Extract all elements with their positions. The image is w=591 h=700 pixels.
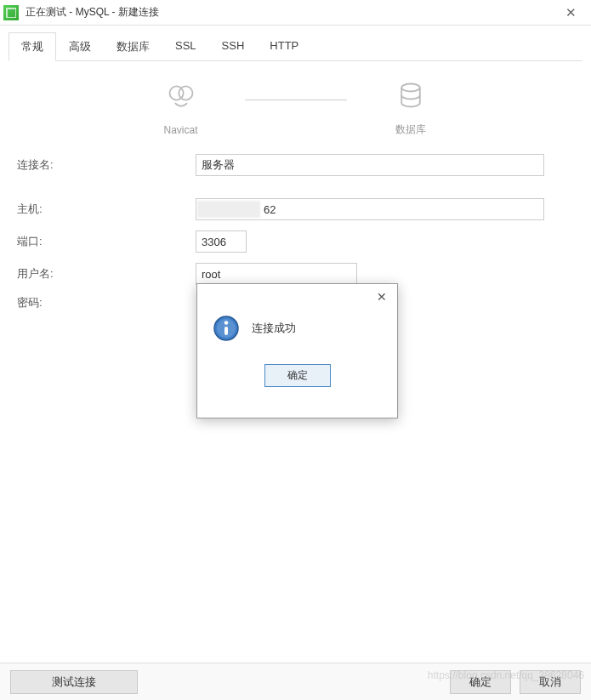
app-icon [3,5,19,20]
row-host: 主机: 62 [17,198,574,220]
host-suffix: 62 [264,203,276,216]
connection-name-input[interactable] [196,154,544,176]
tab-advanced[interactable]: 高级 [56,32,104,61]
message-dialog-close-button[interactable]: ✕ [373,288,390,305]
navicat-icon [166,82,196,116]
port-input[interactable] [196,230,247,253]
host-label: 主机: [17,202,196,217]
connection-diagram: Navicat 数据库 [14,71,577,154]
svg-rect-5 [224,327,228,335]
tab-general[interactable]: 常规 [9,32,56,61]
message-dialog-body: 连接成功 [197,310,397,359]
window-close-button[interactable]: ✕ [554,5,588,20]
tab-bar: 常规 高级 数据库 SSL SSH HTTP [9,32,582,61]
database-icon [395,80,426,114]
diagram-server-label: 数据库 [395,122,426,137]
user-label: 用户名: [17,266,196,282]
diagram-client-label: Navicat [163,124,197,136]
svg-point-6 [224,321,229,325]
row-port: 端口: [17,230,574,253]
dialog-footer: 测试连接 确定 取消 [0,663,591,700]
svg-point-1 [179,86,192,100]
tab-ssh[interactable]: SSH [209,32,258,61]
message-dialog: ✕ 连接成功 确定 [196,283,398,418]
message-dialog-titlebar: ✕ [197,284,397,310]
ok-button[interactable]: 确定 [450,670,511,694]
window-title: 正在测试 - MySQL - 新建连接 [26,5,554,20]
host-input[interactable]: 62 [196,198,544,220]
test-connection-button[interactable]: 测试连接 [10,670,138,694]
window-titlebar: 正在测试 - MySQL - 新建连接 ✕ [0,0,591,26]
cancel-button[interactable]: 取消 [520,670,581,694]
diagram-server: 数据库 [372,80,449,137]
message-dialog-text: 连接成功 [252,321,296,336]
message-dialog-footer: 确定 [197,359,397,399]
user-input[interactable] [196,263,357,285]
row-connection-name: 连接名: [17,154,574,176]
port-label: 端口: [17,234,196,249]
host-redacted [197,201,260,218]
connection-name-label: 连接名: [17,157,196,173]
message-dialog-ok-button[interactable]: 确定 [264,364,331,387]
diagram-line [245,100,347,100]
tab-http[interactable]: HTTP [257,32,311,61]
password-label: 密码: [17,295,196,310]
tab-ssl[interactable]: SSL [162,32,209,61]
diagram-client: Navicat [143,82,219,136]
svg-point-2 [401,84,420,92]
info-icon [213,315,240,342]
tab-database[interactable]: 数据库 [104,32,162,61]
row-user: 用户名: [17,263,574,285]
